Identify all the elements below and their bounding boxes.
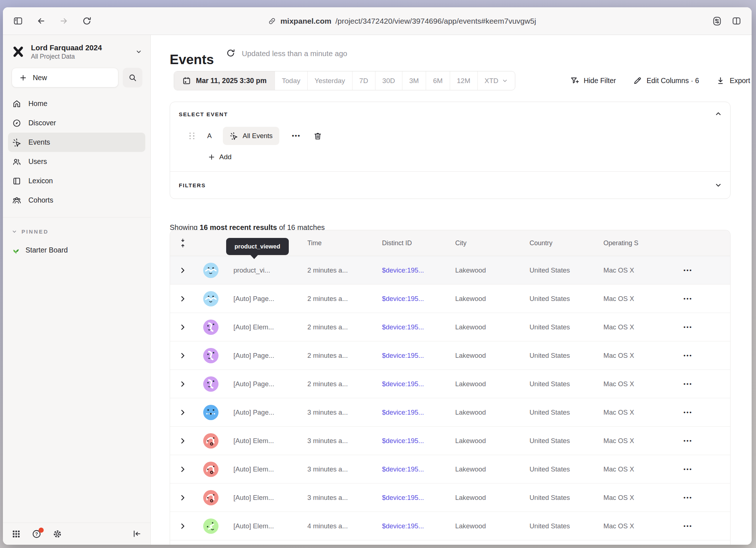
date-picker-segment[interactable]: Mar 11, 2025 3:30 pm	[174, 71, 275, 90]
distinct-id-link[interactable]: $device:195...	[382, 465, 455, 473]
expand-row-chevron[interactable]	[180, 494, 185, 501]
row-actions-button[interactable]: •••	[684, 352, 693, 359]
pinned-section-header[interactable]: PINNED	[3, 228, 150, 235]
hide-filter-button[interactable]: Hide Filter	[570, 76, 616, 85]
table-row[interactable]: [Auto] Elem... 4 minutes a... $device:19…	[170, 512, 730, 540]
event-selector-chip[interactable]: All Events	[223, 127, 279, 145]
distinct-id-link[interactable]: $device:195...	[382, 494, 455, 502]
table-row[interactable]: [Auto] Page... 2 minutes a... $device:19…	[170, 370, 730, 398]
row-actions-button[interactable]: •••	[684, 494, 693, 501]
range-segment-xtd[interactable]: XTD	[477, 71, 515, 90]
sidebar-item-home[interactable]: Home	[3, 94, 150, 113]
distinct-id-link[interactable]: $device:195...	[382, 380, 455, 388]
sidebar-item-users[interactable]: Users	[3, 152, 150, 171]
help-icon[interactable]: ?	[32, 529, 42, 539]
split-view-icon[interactable]	[732, 16, 741, 26]
refresh-icon[interactable]	[226, 48, 236, 58]
forward-icon[interactable]	[59, 16, 69, 26]
column-header-country[interactable]: Country	[529, 239, 603, 247]
reload-icon[interactable]	[82, 16, 92, 26]
collapse-sidebar-icon[interactable]	[132, 529, 142, 539]
delete-event-icon[interactable]	[313, 132, 322, 141]
expand-row-chevron[interactable]	[180, 352, 185, 359]
distinct-id-link[interactable]: $device:195...	[382, 295, 455, 303]
page-settings-icon[interactable]	[712, 16, 722, 26]
column-header-city[interactable]: City	[455, 239, 529, 247]
drag-handle[interactable]	[189, 133, 195, 140]
table-row[interactable]: [Auto] Elem... 3 minutes a... $device:19…	[170, 455, 730, 484]
export-button[interactable]: Export	[716, 76, 750, 85]
expand-row-chevron[interactable]	[180, 324, 185, 331]
table-row[interactable]: [Auto] Elem... 3 minutes a... $device:19…	[170, 484, 730, 512]
sidebar-item-events[interactable]: Events	[8, 133, 145, 152]
event-name[interactable]: [Auto] Elem...	[233, 465, 307, 473]
search-button[interactable]	[123, 68, 142, 87]
range-segment-today[interactable]: Today	[275, 71, 307, 90]
event-name[interactable]: product_vi...	[233, 266, 307, 274]
distinct-id-link[interactable]: $device:195...	[382, 522, 455, 530]
event-name[interactable]: [Auto] Elem...	[233, 494, 307, 502]
column-header-time[interactable]: Time	[307, 239, 382, 247]
edit-columns-button[interactable]: Edit Columns · 6	[633, 76, 699, 85]
distinct-id-link[interactable]: $device:195...	[382, 352, 455, 360]
range-segment-30d[interactable]: 30D	[375, 71, 402, 90]
row-actions-button[interactable]: •••	[684, 438, 693, 444]
expand-row-chevron[interactable]	[180, 380, 185, 388]
expand-section-chevron-down-icon[interactable]	[714, 181, 722, 189]
row-actions-button[interactable]: •••	[684, 409, 693, 415]
event-more-options-icon[interactable]: •••	[290, 132, 303, 140]
collapse-section-chevron-up-icon[interactable]	[714, 110, 722, 118]
event-name[interactable]: [Auto] Page...	[233, 408, 307, 416]
address-bar[interactable]: mixpanel.com/project/3472420/view/397469…	[92, 17, 712, 26]
event-name[interactable]: [Auto] Elem...	[233, 323, 307, 331]
expand-row-chevron[interactable]	[180, 466, 185, 473]
event-name[interactable]: [Auto] Page...	[233, 295, 307, 303]
row-actions-button[interactable]: •••	[684, 381, 693, 387]
event-name[interactable]: [Auto] Page...	[233, 352, 307, 360]
table-row[interactable]: product_vi... 2 minutes a... $device:195…	[170, 256, 730, 285]
distinct-id-link[interactable]: $device:195...	[382, 408, 455, 416]
row-actions-button[interactable]: •••	[684, 267, 693, 273]
table-row[interactable]	[170, 540, 730, 545]
range-segment-3m[interactable]: 3M	[402, 71, 426, 90]
add-event-button[interactable]: Add	[208, 153, 232, 161]
row-actions-button[interactable]: •••	[684, 466, 693, 472]
sidebar-item-cohorts[interactable]: Cohorts	[3, 191, 150, 210]
row-actions-button[interactable]: •••	[684, 523, 693, 529]
event-name[interactable]: [Auto] Page...	[233, 380, 307, 388]
event-name[interactable]: [Auto] Elem...	[233, 437, 307, 445]
expand-row-chevron[interactable]	[180, 409, 185, 416]
collapse-all-rows-icon[interactable]	[179, 238, 187, 248]
table-row[interactable]: [Auto] Page... 3 minutes a... $device:19…	[170, 398, 730, 427]
sidebar-item-lexicon[interactable]: Lexicon	[3, 171, 150, 191]
column-header-os[interactable]: Operating S	[603, 239, 684, 247]
sidebar-item-discover[interactable]: Discover	[3, 113, 150, 133]
distinct-id-link[interactable]: $device:195...	[382, 323, 455, 331]
range-segment-6m[interactable]: 6M	[426, 71, 449, 90]
event-name[interactable]: [Auto] Elem...	[233, 522, 307, 530]
distinct-id-link[interactable]: $device:195...	[382, 266, 455, 274]
sidebar-toggle-icon[interactable]	[13, 16, 23, 26]
apps-grid-icon[interactable]	[12, 529, 21, 539]
settings-gear-icon[interactable]	[52, 529, 62, 539]
table-row[interactable]: [Auto] Page... 2 minutes a... $device:19…	[170, 341, 730, 370]
expand-row-chevron[interactable]	[180, 267, 185, 274]
expand-row-chevron[interactable]	[180, 522, 185, 530]
table-row[interactable]: [Auto] Elem... 2 minutes a... $device:19…	[170, 313, 730, 341]
expand-row-chevron[interactable]	[180, 437, 185, 445]
row-actions-button[interactable]: •••	[684, 295, 693, 302]
table-row[interactable]: [Auto] Page... 2 minutes a... $device:19…	[170, 285, 730, 313]
column-header-distinct-id[interactable]: Distinct ID	[382, 239, 455, 247]
back-icon[interactable]	[36, 16, 46, 26]
range-segment-yesterday[interactable]: Yesterday	[307, 71, 352, 90]
row-actions-button[interactable]: •••	[684, 324, 693, 330]
range-segment-7d[interactable]: 7D	[352, 71, 375, 90]
expand-row-chevron[interactable]	[180, 295, 185, 302]
new-button[interactable]: New	[12, 68, 118, 87]
project-switcher[interactable]: Lord Farquaad 2024 All Project Data	[3, 35, 150, 60]
distinct-id-link[interactable]: $device:195...	[382, 437, 455, 445]
pinned-item-starter-board[interactable]: Starter Board	[3, 246, 150, 254]
range-segment-12m[interactable]: 12M	[450, 71, 477, 90]
table-row[interactable]: [Auto] Elem... 3 minutes a... $device:19…	[170, 427, 730, 455]
date-range-control: Mar 11, 2025 3:30 pm TodayYesterday7D30D…	[174, 71, 515, 90]
